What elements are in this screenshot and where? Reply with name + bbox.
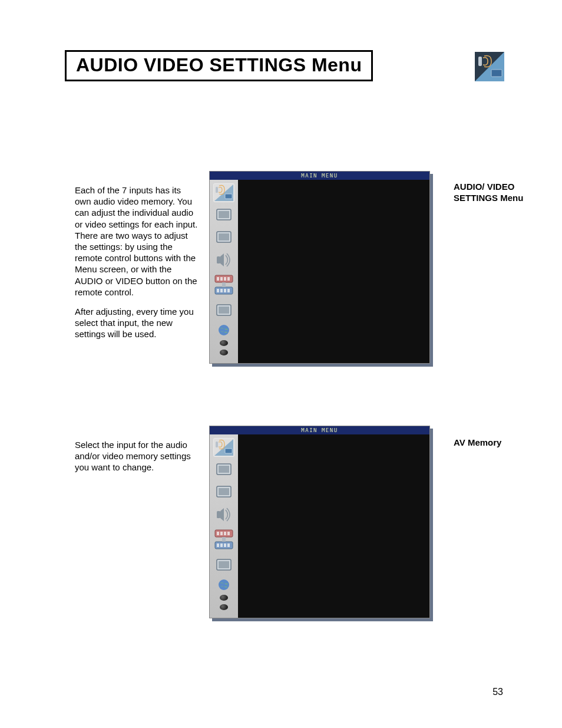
svg-rect-46	[222, 537, 226, 542]
page-title-box: AUDIO VIDEO SETTINGS Menu	[65, 50, 373, 81]
osd-content-area	[238, 180, 429, 363]
manual-page: AUDIO VIDEO SETTINGS Menu Each of the 7 …	[0, 0, 562, 728]
section1-heading: AUDIO/ VIDEO SETTINGS Menu	[454, 182, 524, 204]
svg-marker-12	[220, 253, 224, 266]
svg-marker-35	[220, 508, 224, 521]
section1-paragraph-1: Each of the 7 inputs has its own audio v…	[75, 185, 199, 298]
svg-rect-43	[220, 543, 223, 547]
captions-icon	[213, 273, 234, 298]
osd-sidebar	[210, 434, 238, 618]
screen-3-icon	[213, 556, 234, 575]
svg-rect-25	[219, 307, 229, 314]
globe-icon	[213, 324, 234, 337]
svg-rect-3	[491, 70, 502, 77]
svg-rect-34	[217, 511, 220, 518]
screen-1-icon	[213, 460, 234, 479]
section2-heading: AV Memory	[454, 437, 524, 449]
svg-rect-28	[216, 442, 218, 447]
svg-point-26	[219, 325, 229, 335]
dot-2-icon	[220, 350, 228, 355]
osd-titlebar: MAIN MENU	[210, 172, 429, 180]
osd-body	[210, 434, 429, 618]
section2-description: Select the input for the audio and/or vi…	[75, 439, 199, 482]
screen-2-icon	[213, 228, 234, 247]
svg-rect-42	[217, 543, 219, 547]
osd-screenshot-2: MAIN MENU	[209, 426, 430, 618]
svg-rect-8	[219, 211, 229, 218]
av-settings-icon	[213, 438, 234, 457]
section2-paragraph-1: Select the input for the audio and/or vi…	[75, 439, 199, 473]
osd-screenshot-1: MAIN MENU	[209, 171, 430, 364]
dot-2-icon	[220, 604, 228, 610]
osd-body	[210, 180, 429, 363]
svg-rect-15	[220, 277, 223, 281]
section1-description: Each of the 7 inputs has its own audio v…	[75, 185, 199, 348]
page-number: 53	[492, 687, 503, 697]
osd-inner: MAIN MENU	[209, 426, 430, 618]
svg-rect-45	[227, 543, 230, 547]
svg-rect-48	[219, 561, 229, 568]
speaker-icon	[213, 251, 234, 269]
svg-rect-40	[227, 532, 230, 535]
svg-rect-20	[220, 289, 223, 292]
globe-icon	[213, 578, 234, 591]
svg-rect-10	[219, 233, 229, 241]
svg-rect-21	[224, 289, 226, 292]
dot-1-icon	[220, 595, 228, 601]
svg-rect-23	[222, 282, 226, 287]
screen-3-icon	[213, 301, 234, 320]
svg-rect-31	[219, 466, 229, 473]
osd-content-area	[238, 434, 429, 618]
osd-sidebar	[210, 180, 238, 363]
svg-rect-22	[227, 289, 230, 292]
screen-1-icon	[213, 206, 234, 225]
svg-rect-38	[220, 532, 223, 535]
speaker-icon	[213, 505, 234, 524]
osd-inner: MAIN MENU	[209, 171, 430, 364]
svg-rect-39	[224, 532, 226, 535]
screen-2-icon	[213, 483, 234, 502]
section1-paragraph-2: After adjusting, every time you select t…	[75, 306, 199, 340]
svg-rect-14	[217, 277, 219, 281]
svg-rect-11	[217, 256, 220, 263]
av-settings-icon	[213, 183, 234, 202]
svg-rect-2	[478, 57, 482, 66]
svg-rect-6	[225, 194, 232, 199]
svg-rect-29	[225, 449, 232, 453]
svg-rect-5	[216, 187, 218, 193]
page-title: AUDIO VIDEO SETTINGS Menu	[76, 54, 362, 76]
captions-icon	[213, 528, 234, 552]
svg-rect-19	[217, 289, 219, 292]
svg-rect-17	[227, 277, 230, 281]
av-logo-icon	[475, 52, 504, 81]
dot-1-icon	[220, 340, 228, 346]
svg-rect-33	[219, 488, 229, 495]
svg-point-49	[219, 579, 229, 590]
svg-rect-16	[224, 277, 226, 281]
svg-rect-44	[224, 543, 226, 547]
osd-titlebar: MAIN MENU	[210, 426, 429, 434]
svg-rect-37	[217, 532, 219, 535]
